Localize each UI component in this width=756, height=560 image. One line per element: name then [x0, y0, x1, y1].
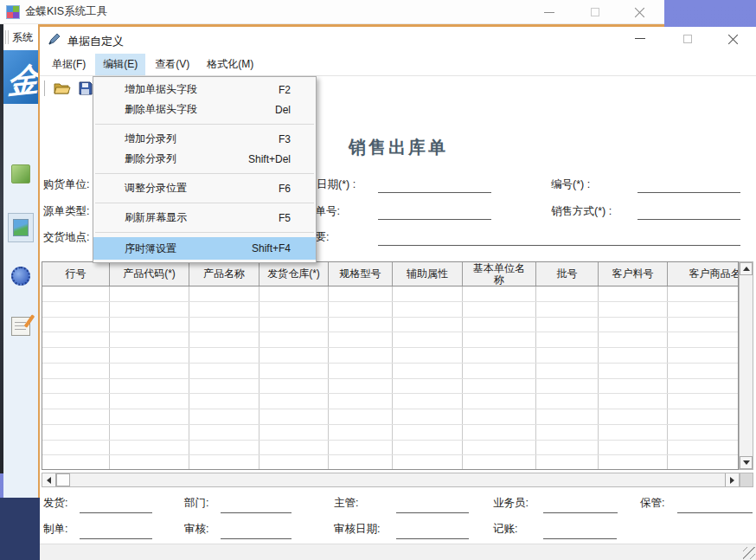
table-cell[interactable] [536, 318, 599, 332]
table-cell[interactable] [668, 364, 739, 378]
table-row[interactable] [42, 409, 738, 425]
table-cell[interactable] [599, 348, 668, 363]
table-cell[interactable] [536, 425, 599, 440]
menu-view[interactable]: 查看(V) [147, 54, 197, 75]
resize-grip[interactable] [743, 547, 755, 559]
table-cell[interactable] [599, 318, 668, 332]
cube-icon[interactable] [11, 164, 30, 183]
table-cell[interactable] [463, 441, 536, 455]
table-cell[interactable] [463, 302, 536, 317]
dialog-maximize-button[interactable] [672, 27, 703, 49]
table-cell[interactable] [189, 425, 259, 440]
table-cell[interactable] [463, 394, 536, 409]
menu-bill[interactable]: 单据(F) [44, 54, 93, 75]
maximize-button[interactable] [578, 0, 612, 24]
menu-item-adjust-entry-position[interactable]: 调整分录位置 F6 [93, 178, 316, 198]
table-cell[interactable] [393, 318, 463, 332]
table-cell[interactable] [259, 379, 329, 394]
table-cell[interactable] [668, 286, 739, 301]
table-cell[interactable] [329, 286, 393, 301]
table-cell[interactable] [42, 302, 110, 317]
menu-item-delete-entry-column[interactable]: 删除分录列 Shift+Del [93, 149, 316, 169]
table-cell[interactable] [329, 455, 393, 470]
table-cell[interactable] [110, 318, 189, 332]
table-cell[interactable] [42, 394, 110, 409]
table-row[interactable] [42, 348, 738, 364]
table-cell[interactable] [463, 318, 536, 332]
table-cell[interactable] [599, 455, 668, 470]
table-cell[interactable] [536, 409, 599, 424]
table-cell[interactable] [42, 455, 110, 470]
table-cell[interactable] [189, 441, 259, 455]
table-row[interactable] [42, 318, 738, 333]
table-cell[interactable] [599, 379, 668, 394]
table-cell[interactable] [42, 379, 110, 394]
column-header[interactable]: 规格型号 [329, 262, 393, 286]
table-cell[interactable] [393, 286, 463, 301]
table-cell[interactable] [189, 302, 259, 317]
table-cell[interactable] [536, 332, 599, 347]
table-cell[interactable] [393, 409, 463, 424]
column-header[interactable]: 产品代码(*) [110, 262, 189, 286]
table-cell[interactable] [536, 379, 599, 394]
minimize-button[interactable] [532, 0, 567, 24]
table-cell[interactable] [668, 348, 739, 363]
table-cell[interactable] [329, 364, 393, 378]
table-cell[interactable] [42, 409, 110, 424]
table-cell[interactable] [463, 348, 536, 363]
vertical-scrollbar[interactable] [739, 261, 753, 470]
column-header[interactable]: 客户商品名 [668, 262, 739, 286]
menu-item-refresh-screen[interactable]: 刷新屏幕显示 F5 [93, 208, 316, 228]
table-cell[interactable] [329, 348, 393, 363]
scroll-right-icon[interactable] [725, 473, 739, 486]
column-header[interactable]: 辅助属性 [393, 262, 463, 286]
table-row[interactable] [42, 455, 738, 470]
table-row[interactable] [42, 332, 738, 348]
table-cell[interactable] [42, 332, 110, 347]
table-cell[interactable] [259, 441, 329, 455]
table-cell[interactable] [42, 364, 110, 378]
table-cell[interactable] [536, 394, 599, 409]
table-cell[interactable] [393, 348, 463, 363]
table-cell[interactable] [329, 394, 393, 409]
table-cell[interactable] [393, 332, 463, 347]
menu-item-add-entry-column[interactable]: 增加分录列 F3 [93, 129, 316, 149]
column-header[interactable]: 基本单位名称 [463, 262, 536, 286]
horizontal-scrollbar[interactable] [42, 473, 740, 487]
table-cell[interactable] [393, 425, 463, 440]
table-cell[interactable] [668, 332, 739, 347]
table-row[interactable] [42, 302, 738, 318]
table-row[interactable] [42, 425, 738, 441]
table-cell[interactable] [599, 425, 668, 440]
table-row[interactable] [42, 441, 738, 456]
dialog-close-button[interactable] [716, 27, 747, 49]
table-cell[interactable] [599, 302, 668, 317]
table-cell[interactable] [329, 379, 393, 394]
table-cell[interactable] [189, 286, 259, 301]
table-cell[interactable] [463, 379, 536, 394]
table-cell[interactable] [463, 332, 536, 347]
table-cell[interactable] [110, 286, 189, 301]
table-row[interactable] [42, 364, 738, 379]
table-cell[interactable] [110, 348, 189, 363]
table-cell[interactable] [668, 318, 739, 332]
save-floppy-icon[interactable] [79, 81, 93, 95]
system-menu[interactable]: 系统 [12, 30, 33, 45]
table-cell[interactable] [110, 425, 189, 440]
table-cell[interactable] [329, 318, 393, 332]
table-cell[interactable] [189, 318, 259, 332]
table-cell[interactable] [463, 455, 536, 470]
table-row[interactable] [42, 286, 738, 302]
table-cell[interactable] [599, 394, 668, 409]
table-cell[interactable] [189, 394, 259, 409]
table-cell[interactable] [668, 425, 739, 440]
column-header[interactable]: 客户料号 [599, 262, 668, 286]
table-cell[interactable] [536, 286, 599, 301]
menu-format[interactable]: 格式化(M) [199, 54, 261, 75]
table-cell[interactable] [189, 348, 259, 363]
table-cell[interactable] [259, 302, 329, 317]
table-cell[interactable] [189, 332, 259, 347]
table-cell[interactable] [110, 394, 189, 409]
table-cell[interactable] [599, 332, 668, 347]
scrollbar-thumb[interactable] [56, 473, 70, 486]
